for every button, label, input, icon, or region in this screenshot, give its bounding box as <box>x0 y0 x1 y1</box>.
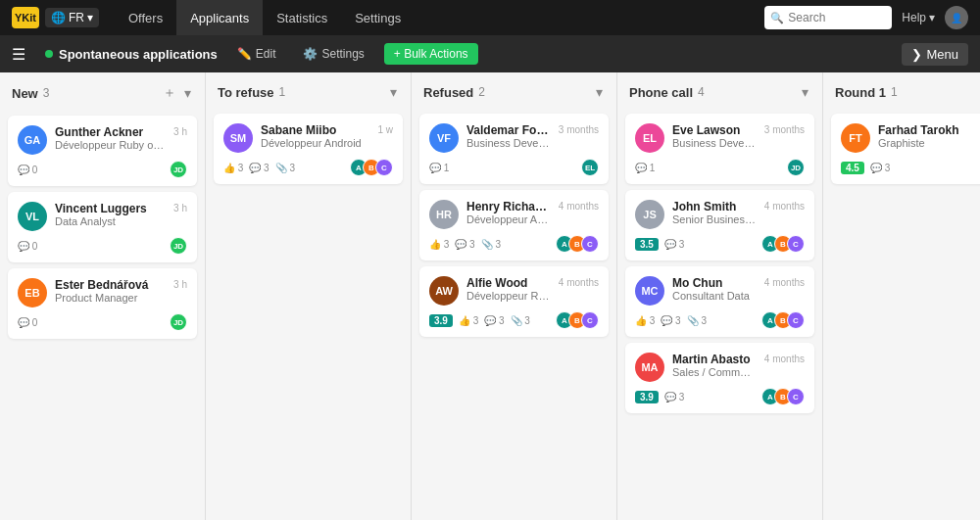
card-name: Sabane Miibo <box>261 123 369 137</box>
card[interactable]: SM Sabane Miibo Développeur Android 1 w … <box>214 114 403 184</box>
card-reviewers: EL <box>581 159 599 176</box>
nav-applicants[interactable]: Applicants <box>176 0 263 35</box>
dislike-stat: 📎 3 <box>275 163 295 173</box>
nav-settings[interactable]: Settings <box>341 0 415 35</box>
card-info: Farhad Tarokh Graphiste <box>878 123 980 149</box>
card-name: Gunther Ackner <box>55 125 166 139</box>
nav-offers[interactable]: Offers <box>115 0 176 35</box>
card-stats: 💬 1 <box>635 163 655 173</box>
card-reviewers: ABC <box>350 159 393 176</box>
card-header: GA Gunther Ackner Développeur Ruby on Ra… <box>18 125 187 155</box>
card-name: Mo Chun <box>672 276 757 290</box>
bulk-actions-button[interactable]: + Bulk Actions <box>384 43 478 65</box>
card-reviewer-avatar: JD <box>787 159 805 176</box>
card-reviewers: JD <box>170 313 187 331</box>
card-reviewers: ABC <box>761 388 805 405</box>
card-reviewers: ABC <box>556 311 599 329</box>
comment-stat: 💬 0 <box>18 241 37 252</box>
card[interactable]: VF Valdemar Forsberg Business Developer … <box>419 114 609 184</box>
card-name: Valdemar Forsberg <box>466 123 551 137</box>
card-reviewer-avatar: C <box>581 311 599 329</box>
card-time: 4 months <box>559 201 599 212</box>
card-role: Business Developer <box>672 137 757 149</box>
card-info: Henry Richardson Développeur Android <box>466 200 551 225</box>
column-actions: ▾ <box>594 82 605 102</box>
card-info: Vincent Luggers Data Analyst <box>55 202 166 227</box>
card-avatar: JS <box>635 200 664 229</box>
card-stats: 👍 3💬 3📎 3 <box>635 315 707 326</box>
card-reviewers: ABC <box>556 235 599 253</box>
card[interactable]: EL Eve Lawson Business Developer 3 month… <box>625 114 814 184</box>
column-body: FT Farhad Tarokh Graphiste 4 m 4.5💬 3 JD <box>823 110 980 520</box>
card-reviewer-avatar: EL <box>581 159 599 176</box>
card-footer: 💬 0 JD <box>18 237 187 255</box>
card-name: Vincent Luggers <box>55 202 166 215</box>
card-info: Mo Chun Consultant Data <box>672 276 757 302</box>
column-more-button[interactable]: ▾ <box>594 82 605 102</box>
card-header: HR Henry Richardson Développeur Android … <box>429 200 599 229</box>
card[interactable]: VL Vincent Luggers Data Analyst 3 h 💬 0 … <box>8 192 197 262</box>
add-card-button[interactable]: ＋ <box>161 82 178 104</box>
page-title-area: Spontaneous applications <box>45 47 218 62</box>
dislike-stat: 📎 3 <box>687 315 707 326</box>
card[interactable]: AW Alfie Wood Développeur React JS 4 mon… <box>419 266 609 337</box>
column-new: New 3 ＋ ▾ GA Gunther Ackner Développeur … <box>0 72 206 520</box>
card-reviewer-avatar: JD <box>170 237 187 255</box>
card-avatar: SM <box>223 123 253 153</box>
column-body: EL Eve Lawson Business Developer 3 month… <box>617 110 822 520</box>
column-phone-call: Phone call 4 ▾ EL Eve Lawson Business De… <box>617 72 823 520</box>
card-stats: 👍 3💬 3📎 3 <box>429 239 501 250</box>
card-info: Ester Bednářová Product Manager <box>55 278 166 304</box>
logo[interactable]: YKit <box>12 7 39 28</box>
card[interactable]: MC Mo Chun Consultant Data 4 months 👍 3💬… <box>625 266 814 337</box>
comment-stat: 💬 3 <box>249 163 269 173</box>
logo-area: YKit 🌐 FR ▾ <box>12 7 99 28</box>
comment-stat: 💬 1 <box>429 163 449 173</box>
column-round-1: Round 1 1 ▾ FT Farhad Tarokh Graphiste 4… <box>823 72 980 520</box>
card-info: Martin Abasto Sales / Commercial <box>672 353 757 378</box>
card-time: 3 months <box>764 124 805 135</box>
search-icon: 🔍 <box>770 12 784 24</box>
card-avatar: FT <box>841 123 870 153</box>
card-reviewers: JD <box>170 237 187 255</box>
like-stat: 👍 3 <box>459 315 478 326</box>
card-header: JS John Smith Senior Business Developer … <box>635 200 805 229</box>
card-name: Eve Lawson <box>672 123 757 137</box>
card-stats: 💬 0 <box>18 165 37 175</box>
card-time: 4 months <box>764 277 805 288</box>
card[interactable]: EB Ester Bednářová Product Manager 3 h 💬… <box>8 268 197 339</box>
card-header: MA Martin Abasto Sales / Commercial 4 mo… <box>635 353 805 382</box>
help-button[interactable]: Help ▾ <box>902 11 935 24</box>
card[interactable]: HR Henry Richardson Développeur Android … <box>419 190 609 260</box>
card[interactable]: JS John Smith Senior Business Developer … <box>625 190 814 260</box>
card-time: 3 months <box>559 124 599 135</box>
nav-statistics[interactable]: Statistics <box>263 0 341 35</box>
menu-button[interactable]: ❯ Menu <box>902 43 968 66</box>
column-actions: ▾ <box>388 82 399 102</box>
settings-button[interactable]: ⚙️ Settings <box>295 44 371 64</box>
card-stats: 3.9💬 3 <box>635 391 684 403</box>
column-more-button[interactable]: ▾ <box>182 83 193 103</box>
card-header: AW Alfie Wood Développeur React JS 4 mon… <box>429 276 599 306</box>
hamburger-icon[interactable]: ☰ <box>12 45 25 64</box>
card-avatar: MC <box>635 276 664 306</box>
kanban-board: New 3 ＋ ▾ GA Gunther Ackner Développeur … <box>0 72 980 520</box>
card-avatar: MA <box>635 353 664 382</box>
score-badge: 3.5 <box>635 238 659 251</box>
card[interactable]: MA Martin Abasto Sales / Commercial 4 mo… <box>625 343 814 413</box>
language-button[interactable]: 🌐 FR ▾ <box>45 8 99 27</box>
card-name: Ester Bednářová <box>55 278 166 292</box>
card-name: Henry Richardson <box>466 200 551 213</box>
column-header: Phone call 4 ▾ <box>617 72 822 110</box>
comment-stat: 💬 3 <box>664 392 684 402</box>
card-info: Alfie Wood Développeur React JS <box>466 276 551 302</box>
user-avatar[interactable]: 👤 <box>945 6 968 29</box>
card-footer: 3.5💬 3 ABC <box>635 235 805 253</box>
card[interactable]: FT Farhad Tarokh Graphiste 4 m 4.5💬 3 JD <box>831 114 980 184</box>
card-time: 3 h <box>173 203 187 213</box>
card[interactable]: GA Gunther Ackner Développeur Ruby on Ra… <box>8 116 197 186</box>
column-more-button[interactable]: ▾ <box>800 82 810 102</box>
column-more-button[interactable]: ▾ <box>388 82 399 102</box>
edit-button[interactable]: ✏️ Edit <box>229 44 284 64</box>
card-header: MC Mo Chun Consultant Data 4 months <box>635 276 805 306</box>
